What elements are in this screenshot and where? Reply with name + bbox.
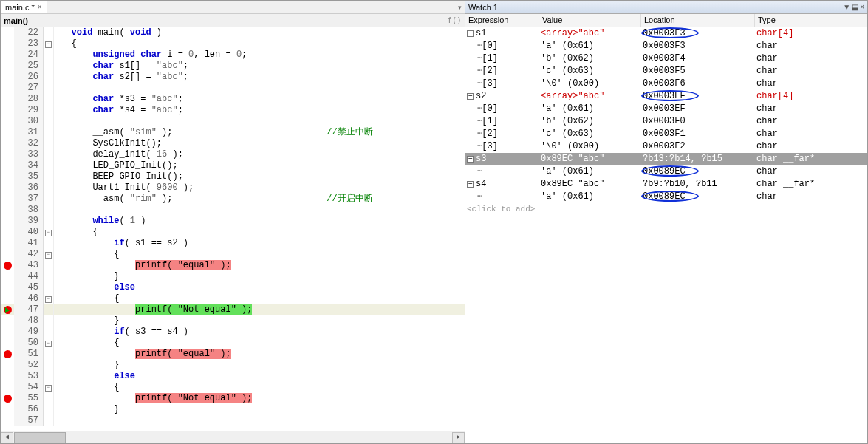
code-text[interactable]: while( 1 ) [54,216,465,227]
breakpoint-gutter[interactable] [1,216,14,227]
breakpoint-gutter[interactable] [1,327,14,338]
fold-gutter[interactable] [44,127,54,138]
code-text[interactable]: char *s3 = "abc"; [54,94,465,105]
fold-toggle-icon[interactable]: − [45,385,52,392]
watch-row[interactable]: ⋯ 'a' (0x61)0x0089ECchar [465,165,867,178]
watch-expression[interactable]: −s3 [465,153,539,165]
code-text[interactable]: Uart1_Init( 9600 ); [54,182,465,194]
fold-gutter[interactable] [44,27,54,38]
watch-expression[interactable]: ⋯ [465,191,539,203]
fold-gutter[interactable]: − [44,38,54,49]
breakpoint-gutter[interactable] [1,304,14,315]
code-text[interactable]: } [54,271,465,282]
code-line[interactable]: 54− { [1,382,465,393]
breakpoint-icon[interactable] [4,262,12,270]
watch-expression[interactable]: ⋯ [0] [465,40,539,52]
watch-row[interactable]: ⋯ [2]'c' (0x63)0x0003F5char [465,65,867,78]
breakpoint-gutter[interactable] [1,27,14,38]
code-line[interactable]: 55 printf( "Not equal" ); [1,393,465,404]
breakpoint-gutter[interactable] [1,393,14,404]
watch-row[interactable]: ⋯ [3]'\0' (0x00)0x0003F2char [465,140,867,153]
code-text[interactable]: { [54,382,465,393]
code-line[interactable]: 29 char *s4 = "abc"; [1,105,465,116]
watch-row[interactable]: −s40x89EC "abc"?b9:?b10, ?b11char __far* [465,178,867,191]
scroll-thumb[interactable] [14,432,66,443]
fold-gutter[interactable]: − [44,227,54,238]
watch-menu-icon[interactable]: ▼ [843,3,850,11]
watch-row[interactable]: ⋯ 'a' (0x61)0x0089ECchar [465,191,867,203]
function-name[interactable]: main() [4,16,28,25]
code-line[interactable]: 57 [1,415,465,426]
code-text[interactable] [54,116,465,127]
fold-gutter[interactable] [44,72,54,83]
code-text[interactable]: __asm( "sim" ); //禁止中断 [54,127,465,138]
code-text[interactable]: { [54,293,465,304]
fold-gutter[interactable] [44,182,54,194]
breakpoint-gutter[interactable] [1,360,14,371]
horizontal-scrollbar[interactable]: ◄ ► [1,431,465,443]
code-text[interactable] [54,415,465,426]
breakpoint-gutter[interactable] [1,116,14,127]
fold-gutter[interactable] [44,116,54,127]
code-text[interactable]: char *s4 = "abc"; [54,105,465,116]
code-line[interactable]: 31 __asm( "sim" ); //禁止中断 [1,127,465,138]
code-text[interactable]: printf( "equal" ); [54,260,465,271]
breakpoint-icon[interactable] [4,350,12,358]
breakpoint-gutter[interactable] [1,105,14,116]
code-text[interactable]: char s1[] = "abc"; [54,61,465,72]
code-text[interactable]: printf( "Not equal" ); [54,393,465,404]
code-line[interactable]: 34 LED_GPIO_Init(); [1,160,465,171]
breakpoint-gutter[interactable] [1,338,14,349]
tab-main-c[interactable]: main.c * × [1,1,47,13]
watch-expression[interactable]: ⋯ [1] [465,52,539,65]
watch-expression[interactable]: ⋯ [3] [465,140,539,153]
fold-gutter[interactable]: − [44,338,54,349]
code-line[interactable]: 56 } [1,404,465,415]
code-text[interactable]: printf( "equal" ); [54,349,465,360]
code-line[interactable]: 38 [1,205,465,216]
code-line[interactable]: 24 unsigned char i = 0, len = 0; [1,49,465,61]
code-text[interactable]: char s2[] = "abc"; [54,72,465,83]
breakpoint-gutter[interactable] [1,249,14,260]
tree-toggle-icon[interactable]: − [467,181,474,188]
breakpoint-gutter[interactable] [1,371,14,382]
code-line[interactable]: 26 char s2[] = "abc"; [1,72,465,83]
breakpoint-gutter[interactable] [1,72,14,83]
fold-gutter[interactable] [44,149,54,160]
fold-gutter[interactable]: − [44,249,54,260]
breakpoint-gutter[interactable] [1,205,14,216]
watch-row[interactable]: −s1<array>"abc"0x0003F3char[4] [465,27,867,40]
breakpoint-gutter[interactable] [1,415,14,426]
watch-expression[interactable]: −s4 [465,178,539,191]
code-text[interactable]: else [54,282,465,293]
fold-gutter[interactable] [44,216,54,227]
code-line[interactable]: 44 } [1,271,465,282]
code-line[interactable]: 53 else [1,371,465,382]
code-line[interactable]: 45 else [1,282,465,293]
scroll-left-arrow[interactable]: ◄ [1,432,13,443]
breakpoint-gutter[interactable] [1,182,14,194]
col-expression-header[interactable]: Expression [465,14,539,27]
fold-gutter[interactable] [44,49,54,61]
code-text[interactable]: delay_init( 16 ); [54,149,465,160]
code-line[interactable]: 43 printf( "equal" ); [1,260,465,271]
code-line[interactable]: 22 void main( void ) [1,27,465,38]
code-line[interactable]: 30 [1,116,465,127]
watch-expression[interactable]: ⋯ [1] [465,115,539,128]
watch-body[interactable]: −s1<array>"abc"0x0003F3char[4]⋯ [0]'a' (… [465,27,867,443]
watch-expression[interactable]: ⋯ [3] [465,78,539,90]
code-line[interactable]: 51 printf( "equal" ); [1,349,465,360]
code-text[interactable]: } [54,315,465,327]
fold-gutter[interactable] [44,94,54,105]
breakpoint-gutter[interactable] [1,138,14,149]
breakpoint-gutter[interactable] [1,160,14,171]
col-type-header[interactable]: Type [755,14,867,27]
code-line[interactable]: 41 if( s1 == s2 ) [1,238,465,249]
fold-toggle-icon[interactable]: − [45,252,52,259]
code-line[interactable]: 39 while( 1 ) [1,216,465,227]
breakpoint-gutter[interactable] [1,127,14,138]
code-line[interactable]: 48 } [1,315,465,327]
breakpoint-gutter[interactable] [1,349,14,360]
code-line[interactable]: 35 BEEP_GPIO_Init(); [1,171,465,182]
breakpoint-icon[interactable] [4,395,12,403]
